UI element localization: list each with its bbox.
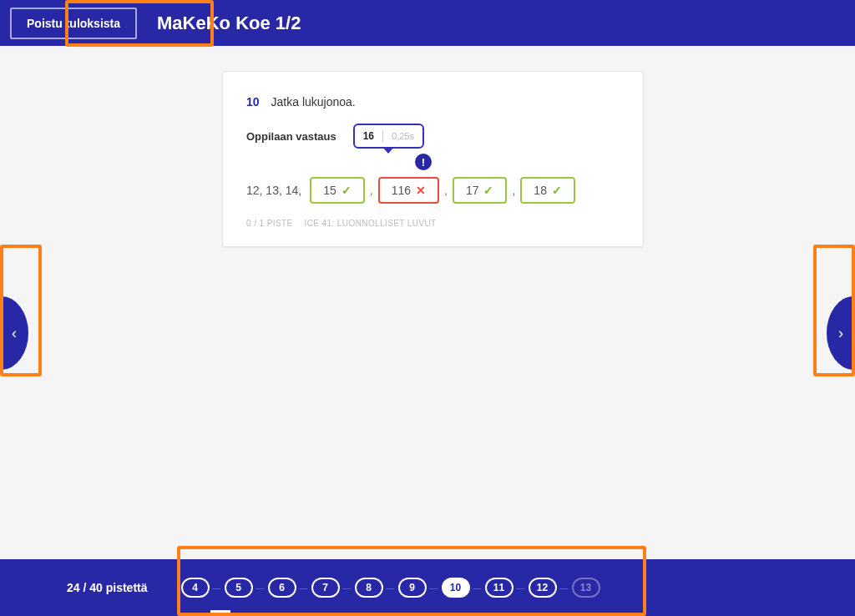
answer-value: 15 [323, 184, 336, 197]
correct-answer-tooltip: 16 0,25s [353, 124, 424, 149]
answer-separator: , [512, 184, 515, 197]
check-icon: ✓ [552, 184, 562, 197]
top-bar: Poistu tuloksista MaKeKo Koe 1/2 [0, 0, 855, 46]
answer-value: 17 [466, 184, 479, 197]
bottom-bar: 24 / 40 pistettä 4—5—6—7—8—9—10—11—12—13 [0, 559, 855, 616]
answer-value: 116 [392, 184, 411, 197]
question-text: Jatka lukujonoa. [271, 95, 356, 109]
points-label: 0 / 1 PISTE [246, 219, 293, 228]
next-question-button[interactable]: › [827, 296, 855, 370]
pager-connector: — [517, 583, 525, 593]
category-label: ICE 41: LUONNOLLISET LUVUT [305, 219, 437, 228]
score-label: 24 / 40 pistettä [67, 581, 148, 594]
cross-icon: ✕ [416, 184, 426, 197]
page-title: MaKeKo Koe 1/2 [157, 13, 301, 34]
pager-underline [210, 610, 230, 613]
alert-badge-icon: ! [415, 154, 432, 170]
answer-box: 17✓ [453, 177, 508, 204]
pager-item[interactable]: 7 [311, 578, 340, 598]
question-header: 10 Jatka lukujonoa. [246, 95, 620, 109]
exit-results-button[interactable]: Poistu tuloksista [10, 8, 137, 39]
pager-connector: — [560, 583, 569, 593]
check-icon: ✓ [483, 184, 493, 197]
student-answer-label: Oppilaan vastaus [246, 130, 336, 143]
question-number: 10 [246, 95, 260, 109]
pager-item[interactable]: 10 [442, 578, 470, 598]
answer-separator: , [370, 184, 373, 197]
answer-separator: , [444, 184, 448, 197]
student-answer-row: Oppilaan vastaus 16 0,25s [246, 124, 620, 149]
answer-box: 15✓ [310, 177, 365, 204]
question-meta: 0 / 1 PISTE ICE 41: LUONNOLLISET LUVUT [246, 219, 620, 228]
check-icon: ✓ [341, 184, 352, 197]
pager-item[interactable]: 9 [398, 578, 427, 598]
answer-box: 116✕ [378, 177, 439, 204]
answer-value: 18 [534, 184, 547, 197]
pager-connector: — [387, 583, 395, 593]
question-card: 10 Jatka lukujonoa. Oppilaan vastaus 16 … [222, 71, 644, 247]
pager-connector: — [343, 583, 352, 593]
pager-item[interactable]: 13 [572, 578, 600, 598]
tooltip-extra: 0,25s [392, 131, 414, 141]
pager-item[interactable]: 12 [529, 578, 557, 598]
pager-item[interactable]: 8 [355, 578, 383, 598]
pager-connector: — [473, 583, 482, 593]
pager-connector: — [300, 583, 308, 593]
content-area: 10 Jatka lukujonoa. Oppilaan vastaus 16 … [0, 46, 855, 559]
pager-connector: — [213, 583, 221, 593]
sequence-prefix: 12, 13, 14, [246, 184, 301, 197]
pager-item[interactable]: 5 [225, 578, 253, 598]
tooltip-separator [382, 130, 383, 142]
tooltip-correct-value: 16 [363, 130, 374, 142]
pager-item[interactable]: 6 [268, 578, 296, 598]
answer-row: ! 12, 13, 14, 15✓,116✕,17✓,18✓ [246, 177, 620, 204]
pager-item[interactable]: 4 [181, 578, 210, 598]
answer-box: 18✓ [520, 177, 575, 204]
pager-connector: — [430, 583, 438, 593]
question-pager: 4—5—6—7—8—9—10—11—12—13 [181, 578, 600, 598]
prev-question-button[interactable]: ‹ [0, 296, 28, 370]
pager-item[interactable]: 11 [485, 578, 514, 598]
pager-connector: — [256, 583, 265, 593]
